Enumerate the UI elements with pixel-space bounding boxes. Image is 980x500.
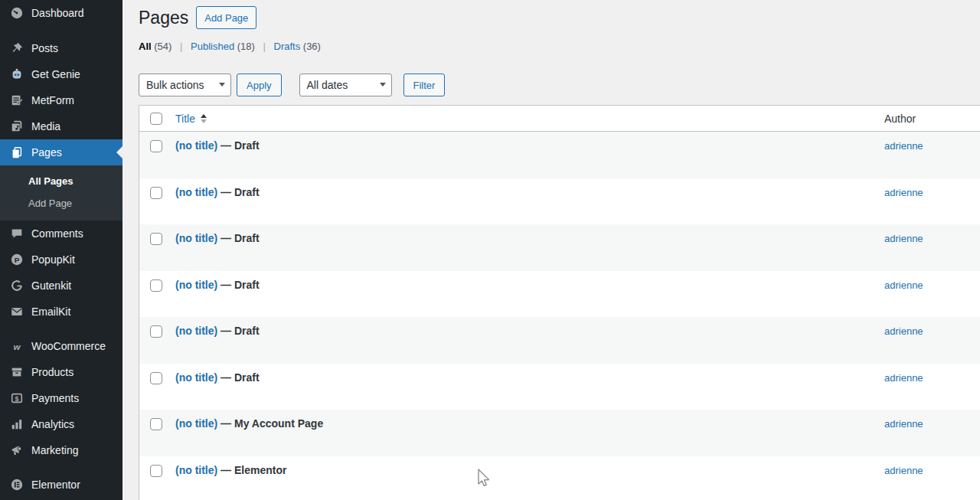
title-column-header: Title	[175, 113, 877, 125]
apply-button[interactable]: Apply	[237, 74, 282, 96]
row-checkbox-cell	[139, 371, 175, 384]
row-title-cell: (no title) — Draft	[175, 232, 877, 244]
sidebar-item-label: Comments	[31, 227, 83, 240]
table-row: (no title) — Draft adrienne	[139, 224, 980, 271]
list-toolbar: Bulk actions Apply All dates Filter	[122, 74, 980, 96]
row-author-cell: adrienne	[877, 139, 980, 152]
row-title-cell: (no title) — Draft	[175, 325, 877, 337]
page-title-link[interactable]: (no title)	[175, 417, 217, 430]
view-published-count: (18)	[237, 41, 255, 52]
title-sort-link[interactable]: Title	[175, 113, 207, 125]
sidebar-item-get-genie[interactable]: Get Genie	[0, 61, 122, 87]
row-checkbox[interactable]	[150, 233, 162, 245]
sidebar-item-label: Payments	[31, 392, 79, 404]
page-state-label: — My Account Page	[220, 417, 323, 430]
row-author-cell: adrienne	[877, 232, 980, 244]
svg-text:w: w	[13, 342, 21, 351]
sidebar-item-woocommerce[interactable]: w WooCommerce	[0, 333, 122, 359]
sidebar-item-pages[interactable]: Pages	[0, 139, 122, 165]
table-header-row: Title Author	[139, 106, 980, 132]
svg-text:P: P	[15, 256, 20, 264]
table-row: (no title) — Draft adrienne	[139, 364, 980, 410]
table-row: (no title) — Draft adrienne	[139, 178, 980, 225]
elementor-icon	[9, 477, 24, 492]
author-link[interactable]: adrienne	[884, 465, 923, 476]
submenu-item-all-pages[interactable]: All Pages	[0, 170, 122, 192]
bulk-actions-select[interactable]: Bulk actions	[139, 74, 231, 96]
sidebar-item-label: Media	[31, 120, 60, 132]
page-title-link[interactable]: (no title)	[175, 464, 217, 476]
author-link[interactable]: adrienne	[884, 187, 923, 198]
sidebar-separator	[0, 463, 122, 472]
row-checkbox-cell	[139, 232, 175, 245]
sidebar-item-metform[interactable]: MetForm	[0, 87, 122, 113]
author-link[interactable]: adrienne	[884, 233, 923, 244]
row-checkbox-cell	[139, 139, 175, 152]
sidebar-item-media[interactable]: Media	[0, 113, 122, 139]
sidebar-item-analytics[interactable]: Analytics	[0, 411, 122, 437]
row-checkbox[interactable]	[150, 372, 162, 384]
row-title-cell: (no title) — Elementor	[175, 464, 877, 476]
sidebar-item-elementor[interactable]: Elementor	[0, 472, 122, 498]
row-checkbox[interactable]	[150, 325, 162, 338]
media-icon	[9, 119, 24, 134]
page-state-label: — Elementor	[220, 464, 286, 476]
page-state-label: — Draft	[220, 232, 260, 244]
sidebar-item-label: Analytics	[31, 418, 74, 430]
page-title-link[interactable]: (no title)	[175, 232, 217, 244]
title-header-label: Title	[175, 113, 195, 125]
sidebar-item-payments[interactable]: $ Payments	[0, 385, 122, 411]
dates-filter-select[interactable]: All dates	[299, 74, 392, 96]
svg-text:$: $	[15, 395, 18, 403]
author-link[interactable]: adrienne	[884, 418, 923, 430]
view-all-link[interactable]: All	[139, 41, 152, 52]
sidebar-item-products[interactable]: Products	[0, 359, 122, 385]
submenu-item-add-page[interactable]: Add Page	[0, 192, 122, 214]
page-title-link[interactable]: (no title)	[175, 279, 217, 291]
page-title-link[interactable]: (no title)	[175, 139, 217, 152]
author-link[interactable]: adrienne	[884, 140, 923, 152]
author-link[interactable]: adrienne	[884, 279, 923, 291]
pages-table: Title Author (no title) — Draft	[139, 105, 980, 500]
row-checkbox-cell	[139, 325, 175, 338]
row-checkbox[interactable]	[150, 140, 162, 152]
sidebar-item-popupkit[interactable]: P PopupKit	[0, 247, 122, 273]
view-published-link[interactable]: Published	[191, 41, 234, 52]
row-checkbox-cell	[139, 464, 175, 477]
sidebar-item-emailkit[interactable]: EmailKit	[0, 299, 122, 325]
page-title-link[interactable]: (no title)	[175, 325, 217, 337]
form-icon	[9, 93, 24, 108]
sidebar-item-label: Elementor	[31, 479, 80, 491]
page-title-link[interactable]: (no title)	[175, 186, 217, 198]
sidebar-item-label: Pages	[31, 146, 62, 158]
sidebar-item-posts[interactable]: Posts	[0, 35, 122, 61]
page-title: Pages	[139, 6, 188, 29]
row-author-cell: adrienne	[877, 417, 980, 430]
view-drafts-link[interactable]: Drafts	[274, 41, 301, 52]
filter-button[interactable]: Filter	[403, 74, 446, 96]
row-checkbox[interactable]	[150, 187, 162, 199]
table-row: (no title) — My Account Page adrienne	[139, 410, 980, 456]
dates-filter-value: All dates	[307, 79, 348, 91]
sidebar-item-label: Posts	[31, 42, 58, 54]
sidebar-item-gutenkit[interactable]: Gutenkit	[0, 273, 122, 299]
row-checkbox[interactable]	[150, 465, 162, 477]
select-all-checkbox[interactable]	[150, 113, 162, 125]
page-title-link[interactable]: (no title)	[175, 371, 217, 384]
add-page-button[interactable]: Add Page	[196, 6, 256, 29]
row-checkbox[interactable]	[150, 279, 162, 292]
sidebar-item-label: MetForm	[31, 94, 74, 106]
view-all-count: (54)	[154, 41, 172, 52]
row-checkbox-cell	[139, 279, 175, 292]
header-checkbox-cell	[139, 113, 175, 125]
author-link[interactable]: adrienne	[884, 372, 923, 384]
sidebar-item-marketing[interactable]: Marketing	[0, 437, 122, 463]
box-icon	[9, 364, 24, 380]
row-checkbox[interactable]	[150, 418, 162, 430]
sidebar-item-dashboard[interactable]: Dashboard	[0, 0, 122, 26]
row-author-cell: adrienne	[877, 464, 980, 476]
sidebar-item-comments[interactable]: Comments	[0, 221, 122, 247]
robot-icon	[9, 67, 24, 82]
row-author-cell: adrienne	[877, 186, 980, 198]
author-link[interactable]: adrienne	[884, 325, 923, 337]
